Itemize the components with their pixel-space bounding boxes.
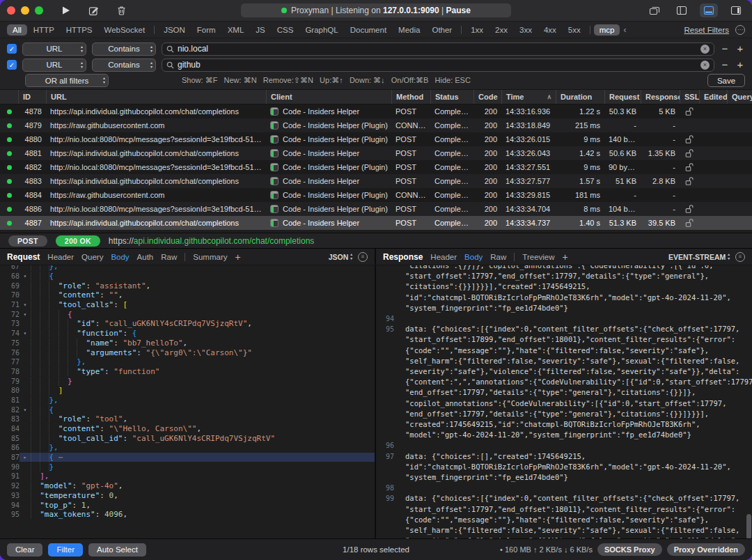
filter-tab-graphql[interactable]: GraphQL xyxy=(299,24,343,36)
compose-request-icon[interactable] xyxy=(88,6,99,16)
response-tab-body[interactable]: Body xyxy=(464,253,483,261)
filter-query-input[interactable] xyxy=(178,60,697,70)
response-add-tab-button[interactable]: + xyxy=(563,251,568,263)
reset-filters-link[interactable]: Reset Filters xyxy=(684,26,729,34)
table-row[interactable]: 4886http://nio.local:8080/mcp/messages?s… xyxy=(0,202,752,216)
filter-tab-https[interactable]: HTTPS xyxy=(61,24,98,36)
fold-marker-icon[interactable]: ▾ xyxy=(19,273,31,279)
filter-tab-json[interactable]: JSON xyxy=(158,24,191,36)
table-row[interactable]: 4882http://nio.local:8080/mcp/messages?s… xyxy=(0,160,752,174)
filter-tab-2xx[interactable]: 2xx xyxy=(489,24,513,36)
column-header-query[interactable]: Query xyxy=(727,90,752,104)
request-tab-header[interactable]: Header xyxy=(47,253,74,261)
filter-search-field[interactable]: × xyxy=(162,59,714,72)
request-tab-body[interactable]: Body xyxy=(111,253,129,261)
filter-operator-select[interactable]: Contains▴▾ xyxy=(92,42,156,56)
request-format-select[interactable]: JSON ▴▾ xyxy=(329,253,352,261)
filter-tab-5xx[interactable]: 5xx xyxy=(563,24,586,36)
filter-tab-websocket[interactable]: WebSocket xyxy=(99,24,151,36)
fold-marker-icon[interactable]: ▾ xyxy=(19,311,31,318)
column-header-method[interactable]: Method xyxy=(391,90,430,104)
response-format-select[interactable]: EVENT-STREAM ▴▾ xyxy=(668,253,730,261)
trash-icon[interactable] xyxy=(117,6,126,15)
filter-tab-http[interactable]: HTTP xyxy=(28,24,60,36)
filter-combine-select[interactable]: OR all filters ▴▾ xyxy=(25,74,109,87)
filter-search-field[interactable]: × xyxy=(162,42,714,56)
fold-marker-icon[interactable]: ▾ xyxy=(19,302,31,308)
minimize-window-button[interactable] xyxy=(21,6,29,15)
column-header-ssl[interactable]: SSL xyxy=(680,90,699,104)
filter-field-select[interactable]: URL▴▾ xyxy=(22,42,86,56)
column-header-status[interactable]: Status xyxy=(430,90,473,104)
clear-button[interactable]: Clear xyxy=(7,543,42,557)
save-filter-button[interactable]: Save xyxy=(707,74,745,87)
response-options-icon[interactable]: ≡ xyxy=(735,252,745,262)
table-row[interactable]: 4881https://api.individual.githubcopilot… xyxy=(0,146,752,160)
filter-tab-form[interactable]: Form xyxy=(191,24,221,36)
request-tab-summary[interactable]: Summary xyxy=(193,253,227,261)
filter-tab-document[interactable]: Document xyxy=(345,24,392,36)
table-row[interactable]: 4879https://raw.githubusercontent.comCod… xyxy=(0,118,752,132)
filter-button[interactable]: Filter xyxy=(48,543,83,557)
listening-status-pill[interactable]: Proxyman | Listening on 127.0.0.1:9090 |… xyxy=(241,3,511,17)
auto-select-button[interactable]: Auto Select xyxy=(88,543,146,557)
filter-query-input[interactable] xyxy=(178,44,697,54)
filter-tab-4xx[interactable]: 4xx xyxy=(538,24,562,36)
left-panel-layout-icon[interactable] xyxy=(673,3,691,17)
column-header-time[interactable]: Time∧ xyxy=(501,90,556,104)
filter-tab-3xx[interactable]: 3xx xyxy=(514,24,538,36)
socks-proxy-pill[interactable]: SOCKS Proxy xyxy=(597,543,662,556)
record-play-icon[interactable] xyxy=(61,6,70,15)
filter-more-icon[interactable]: ⋯ xyxy=(735,25,745,35)
filter-tab-1xx[interactable]: 1xx xyxy=(465,24,489,36)
add-filter-button[interactable]: + xyxy=(735,60,745,70)
column-header-response[interactable]: Response xyxy=(641,90,680,104)
response-tab-treeview[interactable]: Treeview xyxy=(522,253,554,261)
filter-tab-all[interactable]: All xyxy=(7,24,27,36)
request-tab-request[interactable]: Request xyxy=(7,252,40,262)
table-row[interactable]: 4884https://raw.githubusercontent.comCod… xyxy=(0,188,752,202)
add-filter-button[interactable]: + xyxy=(735,44,745,54)
filter-tab-xml[interactable]: XML xyxy=(222,24,250,36)
filter-operator-select[interactable]: Contains▴▾ xyxy=(92,59,156,72)
column-header-request[interactable]: Request xyxy=(604,90,641,104)
column-header-dot[interactable] xyxy=(0,90,18,104)
table-row[interactable]: 4880http://nio.local:8080/mcp/messages?s… xyxy=(0,132,752,146)
fold-marker-icon[interactable]: ▾ xyxy=(19,330,31,336)
fold-marker-icon[interactable]: ▾ xyxy=(19,407,31,413)
zoom-window-button[interactable] xyxy=(35,6,43,15)
remove-filter-button[interactable]: − xyxy=(720,60,730,70)
response-body-viewer[interactable]: "citations":{}}]},"copilot_annotations":… xyxy=(376,265,752,538)
request-options-icon[interactable]: ≡ xyxy=(358,252,368,262)
filter-tab-other[interactable]: Other xyxy=(426,24,457,36)
column-header-client[interactable]: Client xyxy=(266,90,391,104)
column-header-url[interactable]: URL xyxy=(46,90,266,104)
column-header-edited[interactable]: Edited xyxy=(699,90,727,104)
clear-filter-icon[interactable]: × xyxy=(700,61,710,70)
filter-tab-css[interactable]: CSS xyxy=(272,24,299,36)
response-tab-raw[interactable]: Raw xyxy=(490,253,506,261)
remove-filter-button[interactable]: − xyxy=(720,44,730,54)
filter-checkbox[interactable]: ✓ xyxy=(7,44,17,54)
clear-filter-icon[interactable]: × xyxy=(700,45,710,54)
filter-tab-media[interactable]: Media xyxy=(393,24,425,36)
right-panel-layout-icon[interactable] xyxy=(727,3,745,17)
request-tab-query[interactable]: Query xyxy=(81,253,103,261)
request-tab-auth[interactable]: Auth xyxy=(137,253,154,261)
request-body-editor[interactable]: 67 },68▾ {69 "role": "assistant",70 "con… xyxy=(0,265,375,538)
multiple-windows-icon[interactable] xyxy=(645,3,664,17)
table-row[interactable]: 4883https://api.individual.githubcopilot… xyxy=(0,174,752,188)
bottom-panel-layout-icon[interactable] xyxy=(700,3,718,17)
filter-tab-js[interactable]: JS xyxy=(250,24,270,36)
request-add-tab-button[interactable]: + xyxy=(235,251,241,263)
response-tab-response[interactable]: Response xyxy=(383,252,423,262)
table-row[interactable]: 4878https://api.individual.githubcopilot… xyxy=(0,104,752,118)
response-tab-header[interactable]: Header xyxy=(430,253,457,261)
request-tab-raw[interactable]: Raw xyxy=(161,253,177,261)
filter-tab-[interactable]: ‹ xyxy=(620,24,629,36)
proxy-overridden-pill[interactable]: Proxy Overridden xyxy=(667,543,745,556)
fold-marker-icon[interactable]: ▸ xyxy=(19,454,31,460)
column-header-duration[interactable]: Duration xyxy=(556,90,604,104)
filter-checkbox[interactable]: ✓ xyxy=(7,60,17,70)
table-row[interactable]: 4887https://api.individual.githubcopilot… xyxy=(0,216,752,230)
